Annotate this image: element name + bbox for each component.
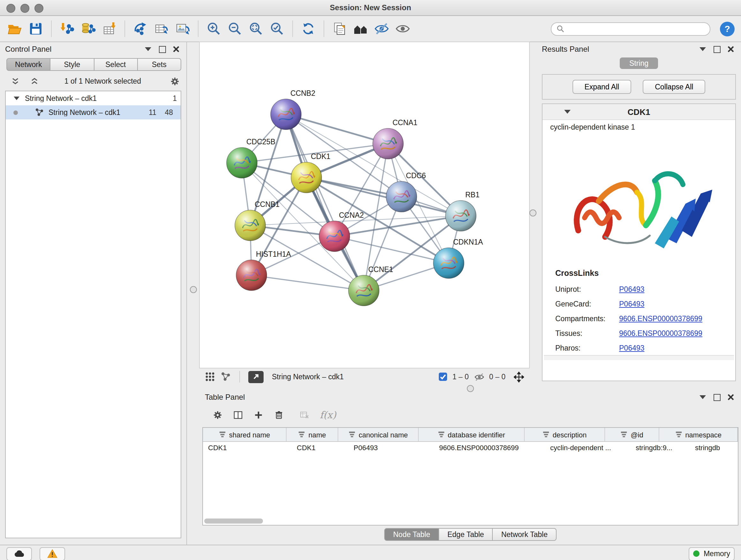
- panel-menu-icon[interactable]: [697, 44, 708, 54]
- panel-close-icon[interactable]: [171, 44, 181, 54]
- function-builder-fx[interactable]: f(x): [320, 409, 336, 421]
- network-edge-CCNB2-CCNA1[interactable]: [286, 114, 388, 144]
- tab-style[interactable]: Style: [51, 58, 94, 71]
- collapse-triangle-icon[interactable]: [564, 110, 570, 114]
- network-node-CCNB1[interactable]: CCNB1: [235, 200, 280, 241]
- gear-icon[interactable]: [170, 76, 180, 86]
- selected-checkbox-icon[interactable]: [438, 372, 448, 382]
- import-table-icon[interactable]: [101, 20, 118, 37]
- network-canvas[interactable]: CCNB2CCNA1CDC25BCDK1CDC6RB1CCNB1CCNA2CDK…: [200, 42, 529, 368]
- cell-description[interactable]: cyclin-dependent ...: [545, 442, 630, 455]
- gene-card-header[interactable]: CDK1: [542, 104, 735, 120]
- network-node-CCNB2[interactable]: CCNB2: [271, 89, 315, 130]
- hide-selected-eye-icon[interactable]: [374, 20, 390, 37]
- export-network-icon[interactable]: [132, 20, 149, 37]
- import-network-file-icon[interactable]: [59, 20, 75, 37]
- column-header[interactable]: database identifier: [419, 428, 525, 441]
- search-input[interactable]: [568, 24, 704, 33]
- horizontal-splitter[interactable]: [200, 385, 741, 390]
- splitter-handle[interactable]: [467, 385, 474, 392]
- open-session-icon[interactable]: [6, 20, 23, 37]
- column-header[interactable]: name: [286, 428, 338, 441]
- memory-button[interactable]: Memory: [689, 547, 735, 560]
- panel-float-icon[interactable]: [712, 392, 722, 402]
- panel-close-icon[interactable]: [726, 44, 736, 54]
- network-node-CCNA1[interactable]: CCNA1: [373, 118, 417, 159]
- hidden-eye-icon[interactable]: [475, 372, 485, 382]
- panel-menu-icon[interactable]: [697, 392, 708, 402]
- minimize-window-button[interactable]: [20, 4, 29, 13]
- cell-name[interactable]: CDK1: [292, 442, 348, 455]
- export-network-table-icon[interactable]: [153, 20, 170, 37]
- disclosure-triangle-icon[interactable]: [14, 97, 19, 100]
- crosslink-pharos-link[interactable]: P06493: [619, 344, 644, 352]
- grid-view-icon[interactable]: [205, 372, 215, 382]
- detach-view-button[interactable]: [248, 371, 264, 383]
- crosslink-compartments-link[interactable]: 9606.ENSP00000378699: [619, 314, 702, 322]
- tab-network[interactable]: Network: [6, 58, 51, 71]
- expand-all-button[interactable]: Expand All: [572, 80, 631, 94]
- save-session-icon[interactable]: [27, 20, 44, 37]
- overview-share-icon[interactable]: [221, 372, 231, 382]
- network-edge-CCNB2-CCNE1[interactable]: [286, 114, 364, 291]
- crosslink-tissues-link[interactable]: 9606.ENSP00000378699: [619, 329, 702, 337]
- panel-menu-icon[interactable]: [143, 44, 153, 54]
- cell-shared-name[interactable]: CDK1: [203, 442, 292, 455]
- cell-namespace[interactable]: stringdb: [690, 442, 738, 455]
- zoom-fit-icon[interactable]: [248, 20, 264, 37]
- crosslink-genecard-link[interactable]: P06493: [619, 300, 644, 307]
- tab-node-table[interactable]: Node Table: [384, 528, 439, 541]
- results-scrollbar[interactable]: [544, 355, 734, 360]
- column-header[interactable]: @id: [605, 428, 659, 441]
- copy-document-icon[interactable]: [331, 20, 348, 37]
- show-columns-icon[interactable]: [233, 410, 243, 420]
- panel-float-icon[interactable]: [157, 44, 167, 54]
- network-collection-row[interactable]: String Network – cdk1 1: [6, 91, 181, 105]
- birdseye-view-icon[interactable]: [352, 20, 369, 37]
- search-box[interactable]: [551, 22, 711, 36]
- cell-database-identifier[interactable]: 9606.ENSP00000378699: [434, 442, 545, 455]
- tab-network-table[interactable]: Network Table: [493, 528, 556, 541]
- tab-select[interactable]: Select: [94, 58, 138, 71]
- string-tab-badge[interactable]: String: [620, 57, 658, 69]
- network-node-HIST1H1A[interactable]: HIST1H1A: [236, 250, 291, 291]
- cloud-button[interactable]: [6, 547, 32, 560]
- table-row[interactable]: CDK1 CDK1 P06493 9606.ENSP00000378699 cy…: [203, 442, 738, 455]
- zoom-in-icon[interactable]: [205, 20, 222, 37]
- tab-sets[interactable]: Sets: [138, 58, 182, 71]
- panel-close-icon[interactable]: [726, 392, 736, 402]
- zoom-out-icon[interactable]: [226, 20, 243, 37]
- column-header[interactable]: shared name: [203, 428, 286, 441]
- collapse-all-chevron-icon[interactable]: [10, 76, 20, 86]
- network-node-CDKN1A[interactable]: CDKN1A: [433, 238, 483, 278]
- scrollbar-thumb[interactable]: [204, 518, 263, 523]
- cell-canonical-name[interactable]: P06493: [348, 442, 434, 455]
- column-header[interactable]: description: [525, 428, 605, 441]
- table-settings-gear-icon[interactable]: [212, 410, 223, 420]
- expand-all-chevron-icon[interactable]: [29, 76, 40, 86]
- splitter-handle[interactable]: [529, 209, 536, 216]
- vertical-splitter[interactable]: [187, 42, 200, 545]
- network-node-RB1[interactable]: RB1: [446, 191, 480, 231]
- refresh-icon[interactable]: [300, 20, 317, 37]
- pan-crosshair-icon[interactable]: [514, 372, 524, 382]
- column-header[interactable]: namespace: [659, 428, 738, 441]
- column-header[interactable]: canonical name: [338, 428, 419, 441]
- cell-id[interactable]: stringdb:9...: [630, 442, 690, 455]
- maximize-window-button[interactable]: [35, 4, 44, 13]
- vertical-splitter-right[interactable]: [529, 42, 537, 385]
- table-horizontal-scrollbar[interactable]: [204, 518, 737, 523]
- tab-edge-table[interactable]: Edge Table: [439, 528, 493, 541]
- close-window-button[interactable]: [6, 4, 15, 13]
- import-network-database-icon[interactable]: [80, 20, 96, 37]
- create-column-plus-icon[interactable]: [253, 410, 264, 420]
- zoom-selected-icon[interactable]: [269, 20, 285, 37]
- warnings-button[interactable]: [40, 547, 65, 560]
- collapse-all-button[interactable]: Collapse All: [643, 80, 705, 94]
- network-row-selected[interactable]: String Network – cdk1 11 48: [6, 105, 181, 119]
- export-image-icon[interactable]: [174, 20, 191, 37]
- help-button[interactable]: ?: [720, 21, 735, 36]
- network-node-CDK1[interactable]: CDK1: [291, 152, 330, 193]
- splitter-handle[interactable]: [190, 286, 197, 293]
- delete-column-trash-icon[interactable]: [274, 410, 284, 420]
